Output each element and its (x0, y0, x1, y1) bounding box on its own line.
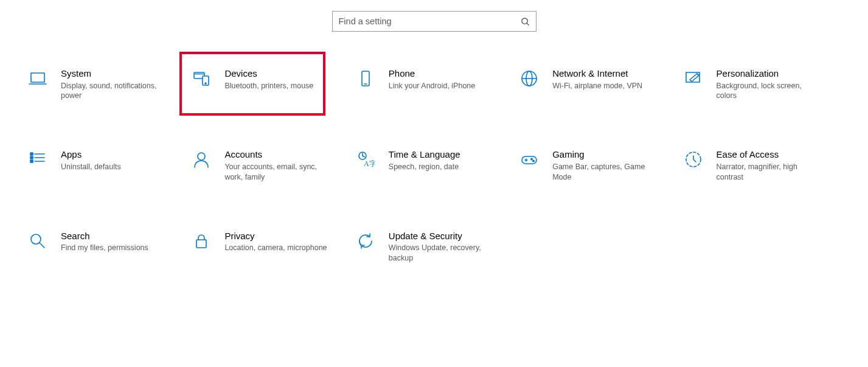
tile-title: Gaming (552, 149, 659, 161)
ease-icon (682, 149, 704, 169)
tile-subtitle: Bluetooth, printers, mouse (224, 81, 313, 91)
tile-title: Devices (224, 68, 313, 80)
tile-subtitle: Uninstall, defaults (61, 162, 121, 172)
tile-title: Apps (61, 149, 121, 161)
phone-icon (355, 68, 377, 88)
svg-rect-24 (522, 156, 536, 164)
lock-icon (190, 230, 212, 251)
tile-subtitle: Speech, region, date (389, 162, 460, 172)
pen-icon (682, 68, 704, 88)
settings-tile-privacy[interactable]: PrivacyLocation, camera, microphone (188, 226, 352, 267)
svg-point-7 (205, 83, 206, 84)
update-icon (355, 230, 377, 251)
time-lang-icon: A字 (355, 149, 377, 169)
settings-tile-search[interactable]: SearchFind my files, permissions (24, 226, 188, 267)
search-big-icon (27, 230, 49, 251)
search-input[interactable] (339, 16, 521, 26)
tile-title: Privacy (224, 230, 327, 242)
svg-line-31 (40, 243, 44, 248)
svg-line-1 (527, 23, 529, 25)
settings-tile-gaming[interactable]: GamingGame Bar, captures, Game Mode (516, 145, 679, 186)
svg-rect-2 (31, 73, 44, 82)
settings-tile-devices[interactable]: DevicesBluetooth, printers, mouse (188, 64, 352, 105)
settings-tile-accounts[interactable]: AccountsYour accounts, email, sync, work… (188, 145, 352, 186)
tile-subtitle: Location, camera, microphone (224, 243, 327, 253)
search-box[interactable] (332, 11, 536, 32)
svg-text:A字: A字 (364, 159, 375, 168)
svg-rect-17 (30, 160, 33, 163)
gamepad-icon (518, 149, 540, 169)
apps-icon (27, 149, 49, 169)
tile-subtitle: Narrator, magnifier, high contrast (717, 162, 823, 183)
tile-subtitle: Background, lock screen, colors (717, 81, 823, 102)
svg-point-27 (531, 159, 532, 160)
svg-point-0 (521, 18, 527, 23)
settings-tile-apps[interactable]: AppsUninstall, defaults (24, 145, 188, 186)
svg-rect-16 (30, 156, 33, 159)
globe-icon (518, 68, 540, 88)
settings-tile-ease[interactable]: Ease of AccessNarrator, magnifier, high … (680, 145, 844, 186)
tile-title: Time & Language (389, 149, 460, 161)
tile-title: System (61, 68, 167, 80)
person-icon (190, 149, 212, 169)
tile-title: Update & Security (389, 230, 495, 242)
tile-title: Phone (389, 68, 475, 80)
svg-point-21 (198, 153, 205, 160)
settings-tile-phone[interactable]: PhoneLink your Android, iPhone (352, 64, 516, 105)
laptop-icon (27, 68, 49, 88)
tile-subtitle: Find my files, permissions (61, 243, 148, 253)
tile-title: Personalization (717, 68, 823, 80)
tile-title: Network & Internet (552, 68, 642, 80)
svg-rect-15 (30, 153, 33, 155)
settings-tile-network[interactable]: Network & InternetWi-Fi, airplane mode, … (516, 64, 679, 105)
settings-tile-time[interactable]: A字Time & LanguageSpeech, region, date (352, 145, 516, 186)
tile-subtitle: Wi-Fi, airplane mode, VPN (552, 81, 642, 91)
tile-subtitle: Windows Update, recovery, backup (389, 243, 495, 264)
tile-subtitle: Link your Android, iPhone (389, 81, 475, 91)
settings-tile-personalization[interactable]: PersonalizationBackground, lock screen, … (680, 64, 844, 105)
search-icon (521, 17, 530, 26)
tile-subtitle: Display, sound, notifications, power (61, 81, 167, 102)
tile-title: Accounts (224, 149, 331, 161)
settings-tile-update[interactable]: Update & SecurityWindows Update, recover… (352, 226, 516, 267)
devices-icon (190, 68, 212, 88)
svg-rect-32 (196, 240, 206, 248)
svg-point-28 (533, 161, 534, 162)
settings-tile-system[interactable]: SystemDisplay, sound, notifications, pow… (24, 64, 188, 105)
tile-subtitle: Game Bar, captures, Game Mode (552, 162, 659, 183)
tile-subtitle: Your accounts, email, sync, work, family (224, 162, 331, 183)
tile-title: Ease of Access (717, 149, 823, 161)
tile-title: Search (61, 230, 148, 242)
